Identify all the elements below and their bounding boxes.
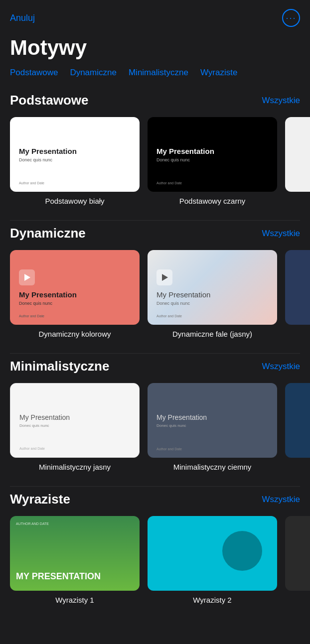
section-basic-all[interactable]: Wszystkie <box>262 96 301 106</box>
basic-black-title: My Presentation <box>156 147 268 155</box>
card-dyn-waves[interactable]: My Presentation Donec quis nunc Author a… <box>148 250 277 338</box>
cards-row-bold: AUTHOR AND DATE MY PRESENTATION Wyrazist… <box>10 516 300 604</box>
card-bold-1-label: Wyrazisty 1 <box>55 596 94 604</box>
bold-2-person-circle <box>222 531 262 571</box>
more-dots-icon: ··· <box>286 13 296 22</box>
section-bold: Wyraziste Wszystkie AUTHOR AND DATE MY P… <box>0 487 310 619</box>
section-dynamic-all[interactable]: Wszystkie <box>262 229 301 239</box>
more-options-button[interactable]: ··· <box>282 9 300 27</box>
cards-row-dynamic: My Presentation Donec quis nunc Author a… <box>10 250 300 338</box>
thumb-min-light: My Presentation Donec quis nunc Author a… <box>10 383 140 458</box>
section-bold-all[interactable]: Wszystkie <box>262 495 301 505</box>
card-min-light[interactable]: My Presentation Donec quis nunc Author a… <box>10 383 140 471</box>
thumb-dyn-color: My Presentation Donec quis nunc Author a… <box>10 250 140 325</box>
section-dynamic-header: Dynamiczne Wszystkie <box>10 226 300 241</box>
dyn-waves-title: My Presentation <box>156 290 268 299</box>
bold-1-image-overlay <box>10 516 140 591</box>
tab-minimalistyczne[interactable]: Minimalistyczne <box>129 68 188 78</box>
thumb-min-dark: My Presentation Donec quis nunc Author a… <box>148 383 277 458</box>
min-light-sub: Donec quis nunc <box>19 423 130 428</box>
card-dyn-waves-label: Dynamiczne fale (jasny) <box>172 330 252 338</box>
thumb-bold-1: AUTHOR AND DATE MY PRESENTATION <box>10 516 140 591</box>
section-dynamic-title: Dynamiczne <box>10 226 86 241</box>
min-light-title: My Presentation <box>19 413 130 421</box>
dyn-color-sub: Donec quis nunc <box>19 301 131 306</box>
cancel-button[interactable]: Anuluj <box>10 13 35 23</box>
card-min-light-label: Minimalistyczny jasny <box>39 463 111 471</box>
card-bold-third[interactable] <box>285 516 310 604</box>
tab-wyraziste[interactable]: Wyraziste <box>200 68 237 78</box>
tab-podstawowe[interactable]: Podstawowe <box>10 68 58 78</box>
tab-dynamiczne[interactable]: Dynamiczne <box>70 68 117 78</box>
basic-white-sub: Donec quis nunc <box>19 157 131 162</box>
section-basic: Podstawowe Wszystkie My Presentation Don… <box>0 88 310 220</box>
dyn-color-title: My Presentation <box>19 290 131 299</box>
min-dark-sub: Donec quis nunc <box>156 423 268 428</box>
card-min-dark[interactable]: My Presentation Donec quis nunc Author a… <box>148 383 277 471</box>
card-basic-black-label: Podstawowy czarny <box>179 197 246 205</box>
thumb-basic-third <box>285 117 310 192</box>
basic-black-sub: Donec quis nunc <box>156 157 268 162</box>
thumb-bold-2 <box>148 516 277 591</box>
card-basic-third[interactable] <box>285 117 310 205</box>
section-basic-header: Podstawowe Wszystkie <box>10 93 300 108</box>
thumb-bold-3 <box>285 516 310 591</box>
thumb-dyn-third <box>285 250 310 325</box>
thumb-basic-white: My Presentation Donec quis nunc Author a… <box>10 117 140 192</box>
thumb-basic-black: My Presentation Donec quis nunc Author a… <box>148 117 277 192</box>
card-min-third[interactable] <box>285 383 310 471</box>
basic-white-title: My Presentation <box>19 147 131 155</box>
play-icon-color <box>19 269 35 285</box>
dyn-waves-author: Author and Date <box>156 314 182 318</box>
section-minimalist-title: Minimalistyczne <box>10 359 109 374</box>
section-dynamic: Dynamiczne Wszystkie My Presentation Don… <box>0 221 310 353</box>
top-bar: Anuluj ··· <box>0 0 310 32</box>
card-dyn-color-label: Dynamiczny kolorowy <box>38 330 111 338</box>
card-dyn-color[interactable]: My Presentation Donec quis nunc Author a… <box>10 250 140 338</box>
card-basic-white-label: Podstawowy biały <box>45 197 104 205</box>
play-triangle-waves <box>162 274 168 281</box>
card-bold-1[interactable]: AUTHOR AND DATE MY PRESENTATION Wyrazist… <box>10 516 140 604</box>
min-dark-title: My Presentation <box>156 413 268 421</box>
tabs-row: Podstawowe Dynamiczne Minimalistyczne Wy… <box>0 68 310 88</box>
thumb-dyn-waves: My Presentation Donec quis nunc Author a… <box>148 250 277 325</box>
section-bold-title: Wyraziste <box>10 492 70 507</box>
section-minimalist-header: Minimalistyczne Wszystkie <box>10 359 300 374</box>
card-dyn-third[interactable] <box>285 250 310 338</box>
section-minimalist-all[interactable]: Wszystkie <box>262 362 301 372</box>
basic-white-author: Author and Date <box>19 181 44 185</box>
card-min-dark-label: Minimalistyczny ciemny <box>173 463 252 471</box>
cards-row-basic: My Presentation Donec quis nunc Author a… <box>10 117 300 205</box>
play-triangle-color <box>24 274 30 281</box>
min-dark-author: Author and Date <box>156 447 182 451</box>
basic-black-author: Author and Date <box>156 181 182 185</box>
section-bold-header: Wyraziste Wszystkie <box>10 492 300 507</box>
dyn-waves-sub: Donec quis nunc <box>156 301 268 306</box>
thumb-min-third <box>285 383 310 458</box>
card-bold-2-label: Wyrazisty 2 <box>193 596 231 604</box>
section-basic-title: Podstawowe <box>10 93 88 108</box>
card-bold-2[interactable]: Wyrazisty 2 <box>148 516 277 604</box>
min-light-author: Author and Date <box>19 447 45 450</box>
card-basic-white[interactable]: My Presentation Donec quis nunc Author a… <box>10 117 140 205</box>
section-minimalist: Minimalistyczne Wszystkie My Presentatio… <box>0 354 310 486</box>
page-title: Motywy <box>0 32 310 68</box>
card-basic-black[interactable]: My Presentation Donec quis nunc Author a… <box>148 117 277 205</box>
cards-row-minimalist: My Presentation Donec quis nunc Author a… <box>10 383 300 471</box>
play-icon-waves <box>156 269 172 285</box>
dyn-color-author: Author and Date <box>19 314 44 318</box>
